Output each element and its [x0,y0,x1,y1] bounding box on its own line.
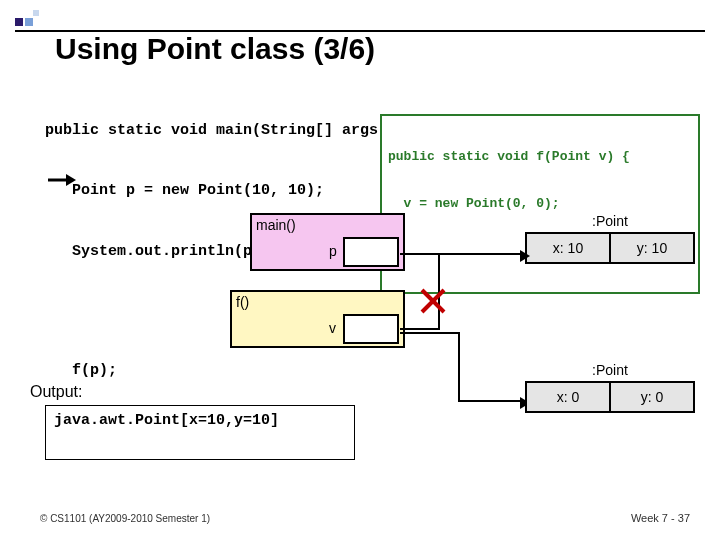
output-label: Output: [30,383,82,401]
cross-out-icon [420,288,446,314]
point1-header: :Point [525,213,695,232]
variable-p-label: p [329,243,337,259]
frame-f-label: f() [236,294,249,310]
code-line-2: Point p = new Point(10, 10); [45,181,405,201]
arrow-icon [48,174,76,186]
point2-y: y: 0 [609,383,693,411]
point1-x: x: 10 [527,234,609,262]
point2-x: x: 0 [527,383,609,411]
point1-y: y: 10 [609,234,693,262]
point1-fields: x: 10 y: 10 [525,232,695,264]
variable-v-box: v [343,314,399,344]
pointer-v-new-v [458,332,460,402]
frame-main-label: main() [256,217,296,233]
pointer-v-new-h1 [400,332,460,334]
footer-left: © CS1101 (AY2009-2010 Semester 1) [40,513,210,524]
svg-marker-1 [66,174,76,186]
output-text: java.awt.Point[x=10,y=10] [54,412,279,429]
code-callout-f: public static void f(Point v) { v = new … [380,114,700,294]
footer-right: Week 7 - 37 [631,512,690,524]
slide: Using Point class (3/6) public static vo… [0,0,720,540]
point-object-2: :Point x: 0 y: 0 [525,362,695,413]
callout-line-1: public static void f(Point v) { [388,149,692,165]
pointer-v-new-h2 [458,400,525,402]
code-line-4: f(p); [45,361,405,381]
variable-p-box: p [343,237,399,267]
svg-marker-2 [520,250,530,262]
slide-title: Using Point class (3/6) [55,32,375,66]
callout-line-2: v = new Point(0, 0); [388,196,692,212]
point2-header: :Point [525,362,695,381]
point-object-1: :Point x: 10 y: 10 [525,213,695,264]
arrowhead-icon [520,248,530,266]
stack-frame-main: main() p [250,213,405,271]
stack-frame-f: f() v [230,290,405,348]
pointer-v-old-h [400,328,440,330]
pointer-p-to-point1 [400,253,525,255]
variable-v-label: v [329,320,336,336]
point2-fields: x: 0 y: 0 [525,381,695,413]
output-box: java.awt.Point[x=10,y=10] [45,405,355,460]
code-line-1: public static void main(String[] args) { [45,121,405,141]
corner-decoration [15,18,55,26]
